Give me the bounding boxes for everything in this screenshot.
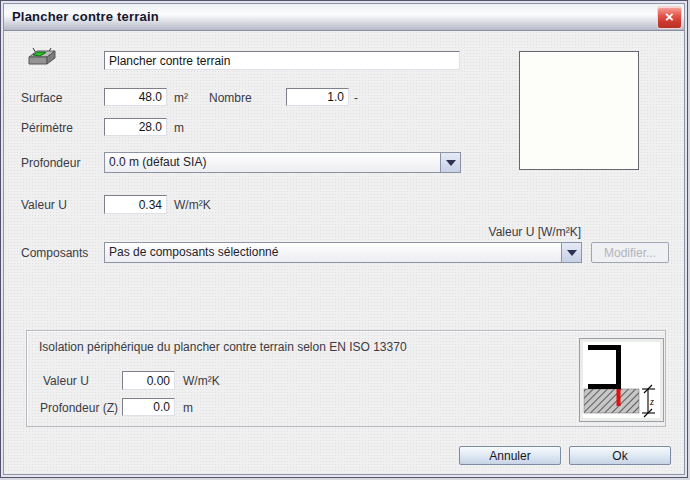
floor-shape-preview — [519, 51, 639, 170]
isolation-title: Isolation périphérique du plancher contr… — [39, 340, 407, 354]
surface-input[interactable] — [104, 88, 167, 106]
profondeur-label: Profondeur — [21, 156, 80, 170]
isolation-groupbox: Isolation périphérique du plancher contr… — [26, 330, 666, 427]
ok-button[interactable]: Ok — [569, 446, 671, 465]
iso-valeur-u-input[interactable] — [122, 371, 175, 390]
profondeur-dropdown[interactable]: 0.0 m (défaut SIA) — [104, 152, 461, 173]
profondeur-selected: 0.0 m (défaut SIA) — [105, 153, 440, 172]
iso-valeur-u-label: Valeur U — [43, 374, 89, 388]
perimeter-insulation-diagram: z — [579, 338, 664, 422]
z-dimension-label: z — [649, 396, 654, 407]
nombre-input[interactable] — [286, 88, 349, 106]
perimetre-unit: m — [174, 121, 184, 135]
dropdown-arrow-icon[interactable] — [561, 243, 581, 262]
dropdown-arrow-icon[interactable] — [440, 153, 460, 172]
perimetre-label: Périmètre — [21, 121, 73, 135]
iso-valeur-u-unit: W/m²K — [183, 374, 220, 388]
insulation-section-icon: z — [583, 342, 660, 418]
composants-selected: Pas de composants sélectionné — [105, 243, 561, 262]
perimetre-input[interactable] — [104, 118, 167, 136]
valeur-u-unit: W/m²K — [174, 198, 211, 212]
iso-profondeur-z-input[interactable] — [122, 398, 175, 416]
floor-slab-icon — [26, 45, 58, 69]
name-input[interactable] — [104, 51, 460, 70]
cancel-button[interactable]: Annuler — [459, 446, 561, 465]
surface-label: Surface — [21, 91, 62, 105]
dialog-window: Plancher contre terrain × Surface m² Nom… — [0, 0, 688, 478]
iso-profondeur-z-unit: m — [183, 401, 193, 415]
valeur-u-input[interactable] — [104, 195, 167, 214]
composants-dropdown[interactable]: Pas de composants sélectionné — [104, 242, 582, 263]
surface-unit: m² — [174, 91, 188, 105]
dialog-frame: Plancher contre terrain × Surface m² Nom… — [3, 3, 685, 475]
nombre-label: Nombre — [209, 91, 252, 105]
nombre-unit: - — [354, 91, 358, 105]
modifier-button[interactable]: Modifier... — [591, 242, 669, 263]
valeur-u-label: Valeur U — [21, 198, 67, 212]
close-icon[interactable]: × — [657, 6, 682, 29]
dialog-content: Surface m² Nombre - Périmètre m Profonde… — [4, 31, 684, 474]
composants-label: Composants — [21, 246, 88, 260]
composants-column-header: Valeur U [W/m²K] — [404, 225, 581, 239]
window-title: Plancher contre terrain — [12, 4, 159, 30]
title-bar[interactable]: Plancher contre terrain × — [4, 4, 684, 31]
iso-profondeur-z-label: Profondeur (Z) — [40, 401, 118, 415]
